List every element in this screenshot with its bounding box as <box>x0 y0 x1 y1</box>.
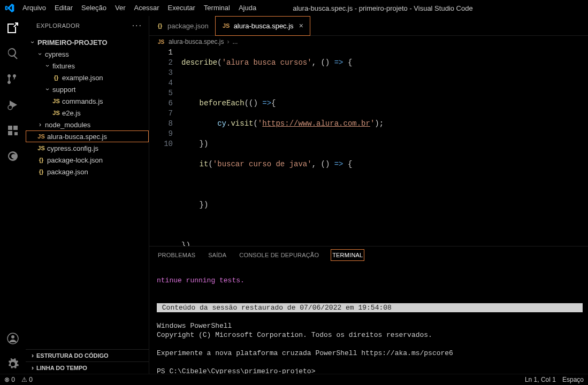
svg-point-3 <box>11 335 14 338</box>
chevron-right-icon: › <box>227 38 229 45</box>
file-tree: PRIMEIRO-PROJETO cypress fixtures {} exa… <box>26 35 149 349</box>
timeline-section[interactable]: LINHA DO TEMPO <box>26 361 149 374</box>
sidebar-more-icon[interactable]: ··· <box>132 21 142 30</box>
chevron-right-icon <box>36 121 44 128</box>
vscode-logo-icon <box>4 3 15 13</box>
terminal-prompt: PS C:\Cibele\Cypress\primeiro-projeto> <box>157 367 315 374</box>
chevron-down-icon <box>44 62 51 70</box>
project-root[interactable]: PRIMEIRO-PROJETO <box>26 36 149 48</box>
json-file-icon: {} <box>51 74 61 81</box>
terminal-line: Experimente a nova plataforma cruzada Po… <box>157 349 453 357</box>
menu-terminal[interactable]: Terminal <box>200 0 234 16</box>
code-editor[interactable]: 1 2 3 4 5 6 7 8 9 10 describe('alura bus… <box>149 48 588 246</box>
window-title: alura-busca.spec.js - primeiro-projeto -… <box>261 4 588 12</box>
js-file-icon: JS <box>51 98 61 104</box>
terminal-view[interactable]: ntinue running tests. Conteúdo da sessão… <box>149 264 588 374</box>
panel-tab-output[interactable]: SAÍDA <box>207 249 227 261</box>
accounts-icon[interactable] <box>5 331 20 346</box>
svg-point-0 <box>8 105 12 110</box>
chevron-right-icon <box>29 352 36 359</box>
file-package-lock[interactable]: {} package-lock.json <box>26 154 149 166</box>
chevron-down-icon <box>29 38 36 46</box>
source-control-icon[interactable] <box>5 72 20 87</box>
file-alura-busca-spec[interactable]: JS alura-busca.spec.js <box>26 130 149 142</box>
sidebar-header: EXPLORADOR ··· <box>26 16 149 35</box>
menu-edit[interactable]: Editar <box>50 0 77 16</box>
file-e2e-js[interactable]: JS e2e.js <box>26 107 149 119</box>
file-package-json[interactable]: {} package.json <box>26 166 149 178</box>
terminal-line: Copyright (C) Microsoft Corporation. Tod… <box>157 331 432 339</box>
chevron-down-icon <box>44 86 51 93</box>
outline-section[interactable]: ESTRUTURA DO CÓDIGO <box>26 349 149 361</box>
edge-icon[interactable] <box>5 149 20 164</box>
breadcrumb[interactable]: JS alura-busca.spec.js › ... <box>149 36 588 48</box>
json-file-icon: {} <box>36 168 46 175</box>
js-file-icon: JS <box>36 133 46 140</box>
panel-tabs: PROBLEMAS SAÍDA CONSOLE DE DEPURAÇÃO TER… <box>149 247 588 264</box>
status-bar: ⊗ 0 ⚠ 0 Ln 1, Col 1 Espaço <box>0 374 588 385</box>
sidebar: EXPLORADOR ··· PRIMEIRO-PROJETO cypress … <box>26 16 149 374</box>
status-warnings[interactable]: ⚠ 0 <box>21 376 33 383</box>
tab-alura-busca-spec[interactable]: JS alura-busca.spec.js × <box>215 16 310 36</box>
folder-cypress[interactable]: cypress <box>26 48 149 60</box>
terminal-restore-banner: Conteúdo da sessão restaurado de 07/06/2… <box>157 303 583 312</box>
js-file-icon: JS <box>36 145 46 151</box>
menu-file[interactable]: Arquivo <box>18 0 50 16</box>
file-cypress-config[interactable]: JS cypress.config.js <box>26 142 149 154</box>
vscode-window: Arquivo Editar Seleção Ver Acessar Execu… <box>0 0 588 385</box>
js-file-icon: JS <box>157 39 165 45</box>
status-errors[interactable]: ⊗ 0 <box>4 376 15 383</box>
file-commands-js[interactable]: JS commands.js <box>26 95 149 107</box>
close-icon[interactable]: × <box>299 21 303 30</box>
tab-package-json[interactable]: {} package.json <box>149 17 215 35</box>
folder-fixtures[interactable]: fixtures <box>26 60 149 72</box>
activity-bar <box>0 16 26 374</box>
panel-tab-problems[interactable]: PROBLEMAS <box>157 249 196 261</box>
menu-run[interactable]: Executar <box>164 0 200 16</box>
extensions-icon[interactable] <box>5 123 20 138</box>
main-area: EXPLORADOR ··· PRIMEIRO-PROJETO cypress … <box>0 16 588 374</box>
folder-support[interactable]: support <box>26 83 149 95</box>
editor-tabs: {} package.json JS alura-busca.spec.js × <box>149 16 588 36</box>
menu-help[interactable]: Ajuda <box>234 0 261 16</box>
menu-bar: Arquivo Editar Seleção Ver Acessar Execu… <box>0 0 588 16</box>
run-debug-icon[interactable] <box>5 97 20 112</box>
js-file-icon: JS <box>222 22 231 29</box>
menu-view[interactable]: Ver <box>111 0 130 16</box>
status-indentation[interactable]: Espaço <box>562 376 584 383</box>
chevron-right-icon <box>29 364 36 372</box>
sidebar-title: EXPLORADOR <box>36 22 80 29</box>
search-icon[interactable] <box>5 46 20 61</box>
code-content[interactable]: describe('alura busca cursos', () => { b… <box>181 48 588 246</box>
status-cursor-position[interactable]: Ln 1, Col 1 <box>525 376 556 383</box>
json-file-icon: {} <box>156 22 164 29</box>
settings-gear-icon[interactable] <box>5 357 20 372</box>
menu-go[interactable]: Acessar <box>130 0 164 16</box>
json-file-icon: {} <box>36 157 46 163</box>
line-number-gutter: 1 2 3 4 5 6 7 8 9 10 <box>149 48 181 246</box>
terminal-line: ntinue running tests. <box>157 276 245 284</box>
js-file-icon: JS <box>51 110 61 116</box>
chevron-down-icon <box>36 50 44 58</box>
panel-tab-debug-console[interactable]: CONSOLE DE DEPURAÇÃO <box>238 249 320 261</box>
file-example-json[interactable]: {} example.json <box>26 72 149 83</box>
editor-group: {} package.json JS alura-busca.spec.js ×… <box>149 16 588 374</box>
bottom-panel: PROBLEMAS SAÍDA CONSOLE DE DEPURAÇÃO TER… <box>149 246 588 374</box>
panel-tab-terminal[interactable]: TERMINAL <box>331 249 364 261</box>
explorer-icon[interactable] <box>5 20 20 35</box>
terminal-line: Windows PowerShell <box>157 322 232 330</box>
menu-selection[interactable]: Seleção <box>77 0 111 16</box>
folder-node-modules[interactable]: node_modules <box>26 119 149 130</box>
